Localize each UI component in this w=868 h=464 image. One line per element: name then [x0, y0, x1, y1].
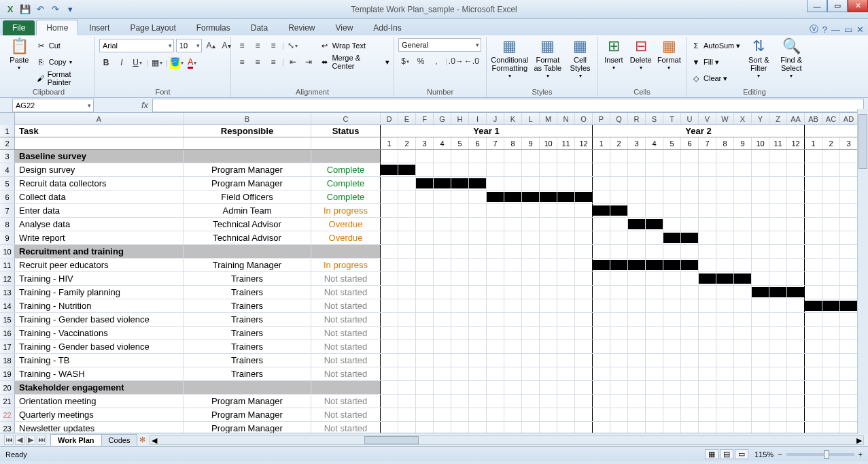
tab-home[interactable]: Home — [36, 20, 78, 35]
table-row[interactable]: 15Training - Gender based violenceTraine… — [0, 313, 868, 327]
tab-data[interactable]: Data — [241, 20, 277, 35]
cell-styles-button[interactable]: ▦Cell Styles▾ — [567, 38, 593, 80]
col-header[interactable]: I — [469, 113, 487, 125]
help-icon[interactable]: ? — [822, 24, 827, 35]
cut-button[interactable]: ✂Cut — [36, 38, 90, 53]
table-row[interactable]: 16Training - VaccinationsTrainersNot sta… — [0, 327, 868, 340]
col-header[interactable]: T — [663, 113, 681, 125]
comma-format-icon[interactable]: , — [430, 54, 443, 68]
format-as-table-button[interactable]: ▦Format as Table▾ — [533, 38, 563, 80]
row-header[interactable]: 1 — [0, 125, 15, 137]
col-header[interactable]: W — [716, 113, 734, 125]
col-header[interactable]: G — [434, 113, 451, 125]
table-row[interactable]: 10Recruitment and training — [0, 245, 868, 259]
close-button[interactable]: ✕ — [848, 0, 868, 12]
table-row[interactable]: 20Stakeholder engagement — [0, 381, 868, 395]
font-size-select[interactable]: 10 — [176, 39, 202, 52]
col-header[interactable]: B — [184, 113, 311, 125]
row-header[interactable]: 17 — [0, 340, 15, 353]
table-row[interactable]: 8Analyse dataTechnical AdvisorOverdue — [0, 218, 868, 231]
scrollbar-thumb[interactable] — [858, 114, 867, 169]
zoom-slider[interactable] — [786, 453, 854, 456]
table-row[interactable]: 7Enter dataAdmin TeamIn progress — [0, 204, 868, 218]
row-header[interactable]: 22 — [0, 408, 15, 421]
font-color-button[interactable]: A▾ — [186, 56, 199, 69]
col-header[interactable]: X — [734, 113, 752, 125]
col-header[interactable]: E — [398, 113, 416, 125]
select-all-corner[interactable] — [0, 113, 15, 125]
sheet-tab-codes[interactable]: Codes — [101, 434, 138, 446]
wrap-text-button[interactable]: ↩Wrap Text — [319, 38, 389, 53]
table-row[interactable]: 17Training - Gender based violenceTraine… — [0, 340, 868, 354]
table-row[interactable]: 4Design surveyProgram ManagerComplete — [0, 163, 868, 177]
file-tab[interactable]: File — [3, 20, 35, 35]
insert-cells-button[interactable]: ⊞Insert▾ — [602, 38, 625, 71]
delete-cells-button[interactable]: ⊟Delete▾ — [629, 38, 653, 71]
col-header[interactable]: H — [451, 113, 469, 125]
table-row[interactable]: 19Training - WASHTrainersNot started — [0, 367, 868, 381]
table-row[interactable]: 6Collect dataField OfficersComplete — [0, 190, 868, 204]
table-row[interactable]: 9Write reportTechnical AdvisorOverdue — [0, 231, 868, 245]
row-header[interactable]: 4 — [0, 163, 15, 176]
row-header[interactable]: 16 — [0, 327, 15, 339]
grid-body[interactable]: 3Baseline survey4Design surveyProgram Ma… — [0, 150, 868, 433]
merge-center-button[interactable]: ⬌Merge & Center▾ — [319, 54, 389, 69]
number-format-select[interactable]: General — [398, 38, 481, 52]
row-header[interactable]: 20 — [0, 381, 15, 394]
tab-view[interactable]: View — [326, 20, 363, 35]
bold-button[interactable]: B — [99, 56, 113, 69]
sort-filter-button[interactable]: ⇅Sort & Filter▾ — [744, 38, 773, 80]
page-layout-view-icon[interactable]: ▤ — [720, 449, 733, 459]
accounting-format-icon[interactable]: $▾ — [398, 54, 412, 68]
col-header[interactable]: O — [575, 113, 593, 125]
workbook-restore-icon[interactable]: ▭ — [844, 24, 852, 35]
col-header[interactable]: P — [593, 113, 610, 125]
formula-input[interactable] — [152, 99, 864, 112]
align-right-icon[interactable]: ≡ — [266, 55, 280, 69]
col-header[interactable]: L — [522, 113, 540, 125]
table-row[interactable]: 11Recruit peer educatorsTraining Manager… — [0, 259, 868, 272]
row-header[interactable]: 18 — [0, 354, 15, 367]
tab-addins[interactable]: Add-Ins — [364, 20, 411, 35]
new-sheet-icon[interactable]: ✻ — [139, 435, 145, 444]
table-row[interactable]: 13Training - Family planningTrainersNot … — [0, 286, 868, 299]
row-header[interactable]: 2 — [0, 137, 15, 149]
col-header[interactable]: S — [646, 113, 663, 125]
col-header[interactable]: D — [381, 113, 398, 125]
col-header[interactable]: Z — [769, 113, 787, 125]
clear-button[interactable]: ◇Clear▾ — [691, 71, 740, 86]
conditional-formatting-button[interactable]: ▦Conditional Formatting▾ — [491, 38, 529, 80]
table-row[interactable]: 22Quarterly meetingsProgram ManagerNot s… — [0, 408, 868, 422]
increase-indent-icon[interactable]: ⇥ — [302, 55, 315, 69]
row-header[interactable]: 12 — [0, 272, 15, 285]
table-row[interactable]: 3Baseline survey — [0, 150, 868, 163]
fill-color-button[interactable]: 🪣▾ — [170, 56, 184, 69]
table-row[interactable]: 21Orientation meetingProgram ManagerNot … — [0, 395, 868, 408]
tab-insert[interactable]: Insert — [80, 20, 119, 35]
copy-button[interactable]: ⎘Copy▾ — [36, 54, 90, 69]
row-header[interactable]: 11 — [0, 259, 15, 271]
col-header[interactable]: AD — [840, 113, 858, 125]
row-header[interactable]: 15 — [0, 313, 15, 326]
table-row[interactable]: 18Training - TBTrainersNot started — [0, 354, 868, 367]
col-header[interactable]: F — [416, 113, 434, 125]
font-name-select[interactable]: Arial — [99, 39, 174, 52]
borders-button[interactable]: ▦▾ — [150, 56, 164, 69]
sheet-nav-next-icon[interactable]: ▶ — [26, 435, 35, 445]
table-row[interactable]: 14Training - NutritionTrainersNot starte… — [0, 299, 868, 313]
page-break-view-icon[interactable]: ▭ — [735, 449, 748, 459]
align-left-icon[interactable]: ≡ — [235, 55, 249, 69]
increase-decimal-icon[interactable]: .0→ — [449, 54, 463, 68]
italic-button[interactable]: I — [115, 56, 128, 69]
row-header[interactable]: 14 — [0, 299, 15, 312]
decrease-indent-icon[interactable]: ⇤ — [286, 55, 300, 69]
table-row[interactable]: 5Recruit data collectorsProgram ManagerC… — [0, 177, 868, 190]
decrease-decimal-icon[interactable]: ←.0 — [465, 54, 479, 68]
row-header[interactable]: 23 — [0, 422, 15, 433]
sheet-nav-prev-icon[interactable]: ◀ — [15, 435, 24, 445]
align-middle-icon[interactable]: ≡ — [251, 39, 264, 52]
save-icon[interactable]: 💾 — [19, 3, 31, 16]
name-box[interactable]: AG22▾ — [12, 99, 94, 112]
fill-button[interactable]: ▼Fill▾ — [691, 54, 740, 69]
align-bottom-icon[interactable]: ≡ — [266, 39, 280, 52]
